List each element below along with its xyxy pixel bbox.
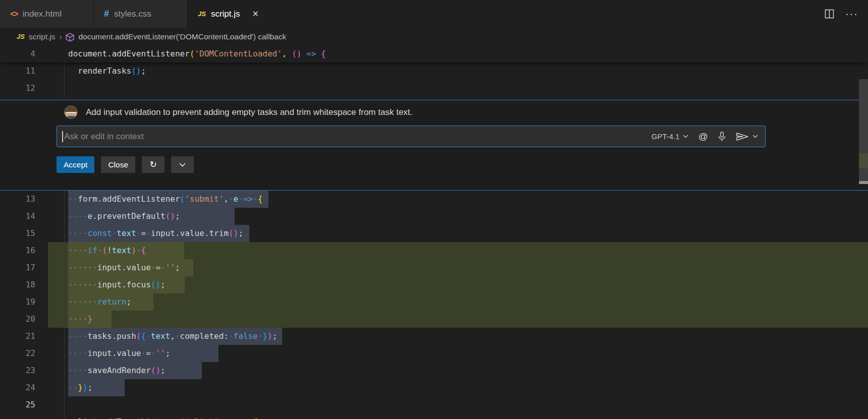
line-number: 12: [0, 80, 48, 97]
line-number: 23: [0, 362, 48, 379]
close-icon[interactable]: ✕: [252, 10, 259, 18]
breadcrumb-file[interactable]: script.js: [29, 32, 56, 41]
line-number: [0, 413, 48, 419]
send-icon[interactable]: [736, 132, 749, 141]
code-line-11: 11 renderTasks();: [0, 63, 868, 80]
symbol-cube-icon: [66, 32, 74, 42]
code-line-18: 18······input.focus();: [0, 276, 868, 293]
code-text[interactable]: ··list.addEventListener('click',·e·=>·{: [48, 413, 868, 419]
breadcrumb-symbol[interactable]: document.addEventListener('DOMContentLoa…: [78, 32, 286, 41]
chat-message-row: Add input validation to prevent adding e…: [64, 105, 412, 119]
code-text[interactable]: ····input.value·=·'';: [48, 345, 868, 362]
js-file-icon: JS: [198, 10, 206, 18]
code-text[interactable]: ····if·(!text)·{: [48, 242, 868, 259]
code-line-19: 19······return;: [0, 293, 868, 311]
code-text[interactable]: [48, 80, 868, 97]
text-cursor: [62, 131, 63, 142]
tab-label: index.html: [23, 9, 62, 19]
code-line-25: 25: [0, 396, 868, 413]
code-text[interactable]: ··});: [48, 379, 868, 396]
code-line-23: 23····saveAndRender();: [0, 362, 868, 379]
code-line-24: 24··});: [0, 379, 868, 396]
tab-bar-actions: ···: [825, 0, 868, 28]
code-line-22: 22····input.value·=·'';: [0, 345, 868, 362]
split-editor-icon[interactable]: [825, 9, 834, 19]
tab-label: script.js: [211, 9, 240, 19]
line-number: 16: [0, 242, 48, 259]
line-number: 15: [0, 225, 48, 242]
js-file-icon: JS: [17, 33, 25, 40]
code-line-16: 16····if·(!text)·{: [0, 242, 868, 259]
chat-message-text: Add input validation to prevent adding e…: [86, 107, 412, 117]
code-text[interactable]: document.addEventListener('DOMContentLoa…: [48, 45, 868, 63]
accept-button[interactable]: Accept: [57, 156, 94, 173]
model-label: GPT-4.1: [652, 132, 680, 141]
more-options-button[interactable]: [171, 156, 194, 173]
code-text[interactable]: ······input.value·=·'';: [48, 259, 868, 276]
line-number: 21: [0, 328, 48, 345]
css-file-icon: #: [104, 9, 109, 19]
line-number: 25: [0, 396, 48, 413]
line-number: 14: [0, 208, 48, 225]
line-number: 20: [0, 311, 48, 328]
line-number: 13: [0, 191, 48, 208]
editor-tab-bar: <>index.html#styles.cssJSscript.js✕ ···: [0, 0, 868, 28]
line-number: 22: [0, 345, 48, 362]
chat-input-box[interactable]: Ask or edit in context GPT-4.1 @: [57, 126, 766, 147]
code-text[interactable]: ······input.focus();: [48, 276, 868, 293]
diff-added-marker: [859, 153, 868, 168]
user-avatar: [64, 105, 78, 119]
code-line-20: 20····}: [0, 311, 868, 328]
line-number: 11: [0, 63, 48, 80]
breadcrumb-separator: ›: [59, 32, 62, 41]
overview-ruler-marker: [859, 181, 868, 184]
chat-action-buttons: Accept Close ↻: [57, 156, 194, 173]
code-line-12: 12: [0, 80, 868, 97]
scrollbar-slider[interactable]: [859, 79, 868, 183]
code-line-partial: ··list.addEventListener('click',·e·=>·{: [0, 413, 868, 419]
model-picker[interactable]: GPT-4.1: [652, 132, 688, 141]
line-number: 4: [0, 45, 48, 63]
close-button[interactable]: Close: [101, 156, 135, 173]
editor-top-section: 4document.addEventListener('DOMContentLo…: [0, 45, 868, 97]
tab-label: styles.css: [114, 9, 151, 19]
chat-input-placeholder: Ask or edit in context: [64, 132, 652, 142]
code-text[interactable]: renderTasks();: [48, 63, 868, 80]
code-line-15: 15····const·text·=·input.value.trim();: [0, 225, 868, 242]
send-options-chevron-icon[interactable]: [752, 135, 758, 138]
code-text[interactable]: ····const·text·=·input.value.trim();: [48, 225, 868, 242]
refresh-icon: ↻: [149, 159, 156, 170]
code-line-21: 21····tasks.push({·text,·completed:·fals…: [0, 328, 868, 345]
tab-script.js[interactable]: JSscript.js✕: [188, 0, 282, 28]
inline-chat-widget: Add input validation to prevent adding e…: [0, 100, 868, 191]
code-text[interactable]: ····e.preventDefault();: [48, 208, 868, 225]
line-number: 17: [0, 259, 48, 276]
tab-styles.css[interactable]: #styles.css: [94, 0, 188, 28]
attach-context-icon[interactable]: @: [698, 131, 708, 142]
code-text[interactable]: ··form.addEventListener('submit',·e·=>·{: [48, 191, 868, 208]
editor-diff-section: 13··form.addEventListener('submit',·e·=>…: [0, 191, 868, 419]
chevron-down-icon: [179, 163, 186, 167]
code-line-4: 4document.addEventListener('DOMContentLo…: [0, 45, 868, 63]
code-line-17: 17······input.value·=·'';: [0, 259, 868, 276]
code-text[interactable]: ····}: [48, 311, 868, 328]
scrollbar-overview-ruler: [859, 45, 868, 419]
chevron-down-icon: [683, 135, 688, 138]
line-number: 19: [0, 293, 48, 311]
code-line-13: 13··form.addEventListener('submit',·e·=>…: [0, 191, 868, 208]
code-text[interactable]: ····tasks.push({·text,·completed:·false·…: [48, 328, 868, 345]
indent-guide: [64, 63, 65, 97]
more-actions-icon[interactable]: ···: [845, 8, 858, 21]
tab-index.html[interactable]: <>index.html: [0, 0, 94, 28]
code-text[interactable]: ······return;: [48, 293, 868, 311]
line-number: 24: [0, 379, 48, 396]
code-text[interactable]: ····saveAndRender();: [48, 362, 868, 379]
indent-guide: [64, 191, 65, 419]
microphone-icon[interactable]: [718, 132, 726, 142]
breadcrumb: JS script.js › document.addEventListener…: [0, 28, 868, 45]
rerun-request-button[interactable]: ↻: [142, 156, 165, 173]
code-text[interactable]: [48, 396, 868, 413]
code-line-14: 14····e.preventDefault();: [0, 208, 868, 225]
line-number: 18: [0, 276, 48, 293]
html-file-icon: <>: [10, 10, 18, 19]
